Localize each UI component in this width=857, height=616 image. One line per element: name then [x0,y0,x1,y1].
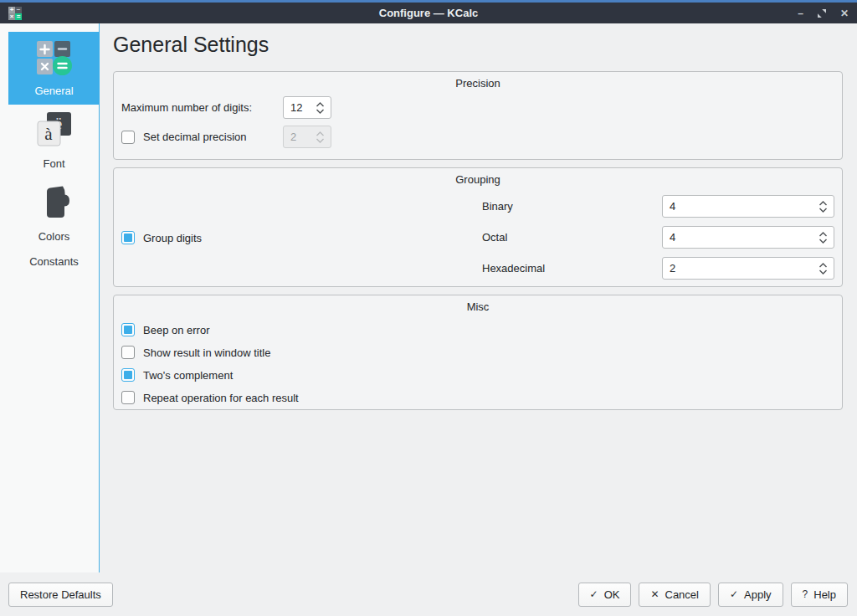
chevron-down-icon [819,270,828,275]
precision-groupbox: Precision Maximum number of digits: 12 [113,71,843,160]
set-decimal-precision-checkbox[interactable] [121,131,135,144]
spin-arrows[interactable] [819,232,828,244]
sidebar-item-label: Constants [29,255,79,268]
decimal-precision-value: 2 [290,131,316,143]
help-button[interactable]: ? Help [791,583,848,607]
binary-label: Binary [482,200,662,213]
restore-defaults-label: Restore Defaults [20,588,101,601]
show-result-in-title-label[interactable]: Show result in window title [143,346,270,359]
dialog-button-bar: Restore Defaults ✓ OK ✕ Cancel ✓ Apply ?… [0,572,857,616]
max-digits-label: Maximum number of digits: [121,101,283,114]
sidebar-item-general[interactable]: General [8,32,100,105]
sidebar-item-colors[interactable]: Colors [8,177,100,250]
color-swatch-icon [34,183,74,223]
ok-button[interactable]: ✓ OK [578,583,632,607]
question-mark-icon: ? [803,588,808,600]
max-digits-value: 12 [290,101,316,114]
grouping-groupbox: Grouping Group digits Binary 4 [113,167,843,287]
ok-label: OK [604,588,620,601]
misc-option-row: Show result in window title [121,346,842,359]
window-controls: – ✕ [798,8,849,18]
sidebar-item-font[interactable]: ë à Font [8,105,100,177]
misc-option-row: Beep on error [121,323,842,336]
chevron-up-icon [316,131,325,136]
repeat-operation-label[interactable]: Repeat operation for each result [143,392,299,404]
chevron-down-icon [819,239,828,244]
font-letters-icon: ë à [34,110,74,151]
titlebar[interactable]: + − × = Configure — KCalc – ✕ [0,3,857,23]
octal-label: Octal [482,231,662,244]
cross-icon: ✕ [650,588,659,600]
checkmark-icon: ✓ [590,588,598,600]
hexadecimal-grouping-row: Hexadecimal 2 [482,257,834,280]
window-title: Configure — KCalc [0,7,857,19]
misc-option-row: Repeat operation for each result [121,391,842,404]
hexadecimal-grouping-value: 2 [670,262,819,275]
binary-grouping-value: 4 [670,200,819,213]
beep-on-error-label[interactable]: Beep on error [143,324,210,336]
settings-content: General Settings Precision Maximum numbe… [100,23,857,572]
octal-grouping-spinbox[interactable]: 4 [662,226,834,249]
chevron-up-icon [819,232,828,237]
sidebar-item-label: General [34,85,73,97]
misc-option-row: Two's complement [121,368,842,382]
help-label: Help [813,588,836,601]
octal-grouping-value: 4 [670,231,819,244]
configure-dialog: + − × = Configure — KCalc – ✕ [0,0,857,616]
decimal-precision-spinbox: 2 [283,126,331,148]
close-icon[interactable]: ✕ [840,8,849,18]
set-decimal-precision-label[interactable]: Set decimal precision [143,131,247,143]
chevron-up-icon [819,263,828,268]
misc-group-title: Misc [114,295,842,313]
kcalc-app-icon: + − × = [8,7,22,20]
spin-arrows[interactable] [819,263,828,275]
precision-group-title: Precision [114,72,842,90]
chevron-up-icon [819,201,828,206]
cancel-button[interactable]: ✕ Cancel [639,583,711,607]
twos-complement-checkbox[interactable] [121,368,135,382]
page-title: General Settings [113,33,843,57]
apply-button[interactable]: ✓ Apply [718,583,783,607]
binary-grouping-row: Binary 4 [482,195,834,218]
settings-category-sidebar: General ë à Font Colors Constants [0,23,100,572]
repeat-operation-checkbox[interactable] [121,391,135,404]
chevron-down-icon [819,208,828,213]
chevron-down-icon [316,109,325,114]
group-digits-label[interactable]: Group digits [143,232,202,244]
misc-groupbox: Misc Beep on error Show result in window… [113,295,843,410]
calculator-icon [34,38,74,78]
minimize-icon[interactable]: – [798,8,803,18]
spin-arrows [316,131,325,143]
icon-multiply-cell: × [8,13,15,20]
restore-defaults-button[interactable]: Restore Defaults [8,583,113,607]
binary-grouping-spinbox[interactable]: 4 [662,195,834,218]
show-result-in-title-checkbox[interactable] [121,346,135,359]
hexadecimal-label: Hexadecimal [482,262,662,275]
beep-on-error-checkbox[interactable] [121,323,135,336]
twos-complement-label[interactable]: Two's complement [143,369,233,382]
max-digits-spinbox[interactable]: 12 [283,96,331,119]
apply-label: Apply [744,588,772,601]
hexadecimal-grouping-spinbox[interactable]: 2 [662,257,834,280]
restore-icon[interactable] [817,8,827,18]
group-digits-checkbox[interactable] [121,231,135,244]
octal-grouping-row: Octal 4 [482,226,834,249]
sidebar-item-label: Font [43,157,64,170]
checkmark-icon: ✓ [730,588,738,600]
spin-arrows[interactable] [819,201,828,213]
chevron-down-icon [316,138,325,143]
icon-equals-cell: = [15,13,22,20]
svg-text:à: à [44,124,53,144]
spin-arrows[interactable] [316,102,325,114]
sidebar-item-label: Colors [38,230,70,243]
grouping-group-title: Grouping [114,168,842,186]
sidebar-item-constants[interactable]: Constants [8,250,100,273]
chevron-up-icon [316,102,325,107]
cancel-label: Cancel [665,588,699,601]
